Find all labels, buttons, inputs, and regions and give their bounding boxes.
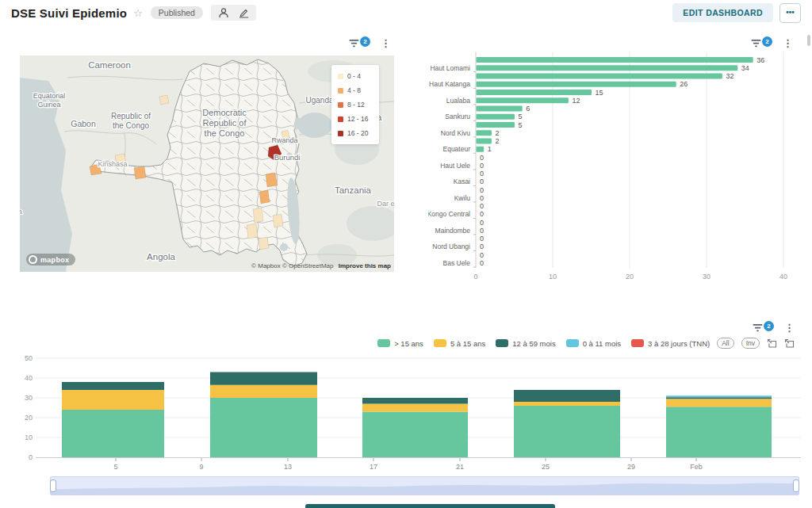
- improve-map-link[interactable]: Improve this map: [339, 262, 391, 269]
- stack-segment[interactable]: [62, 382, 164, 390]
- time-range-slider[interactable]: [50, 476, 799, 495]
- legend-item[interactable]: 3 à 28 jours (TNN): [631, 339, 710, 348]
- stack-segment[interactable]: [210, 372, 317, 385]
- stack-segment[interactable]: [362, 412, 468, 458]
- filter-funnel-icon: [349, 39, 359, 48]
- stack-segment[interactable]: [362, 404, 468, 412]
- bar-value-label: 15: [596, 89, 603, 97]
- stacked-card-tools: 2 ⋮: [753, 323, 795, 333]
- slider-left-handle[interactable]: [50, 479, 56, 492]
- bar-value-label: 5: [519, 113, 523, 120]
- filter-indicator-button[interactable]: 2: [751, 39, 772, 48]
- mapbox-logo[interactable]: mapbox: [26, 254, 75, 265]
- legend-item[interactable]: 0 à 11 mois: [566, 339, 621, 348]
- bar-value-label: 0: [480, 194, 484, 202]
- bar[interactable]: [477, 97, 569, 103]
- bar-value-label: 1: [488, 145, 492, 153]
- bar-value-label: 26: [680, 80, 688, 88]
- bar[interactable]: [477, 90, 592, 95]
- category-label: Equateur: [443, 145, 471, 153]
- slider-right-handle[interactable]: [793, 479, 799, 492]
- stack-segment[interactable]: [514, 406, 620, 457]
- legend-label: 4 - 8: [347, 86, 361, 94]
- category-label: Kwilu: [454, 194, 471, 202]
- map-legend-item: 4 - 8: [338, 86, 373, 94]
- legend-item[interactable]: > 15 ans: [377, 339, 423, 348]
- stack-segment[interactable]: [210, 398, 317, 457]
- stack-segment[interactable]: [666, 397, 772, 399]
- chart-kebab-menu-icon[interactable]: ⋮: [381, 38, 391, 48]
- category-label: Nord Ubangi: [432, 243, 470, 250]
- x-tick-label: 17: [370, 463, 377, 471]
- stack-segment[interactable]: [666, 407, 772, 457]
- x-tick-label: 40: [779, 273, 787, 281]
- bar-value-label: 0: [480, 259, 484, 267]
- legend-select-all-button[interactable]: All: [717, 338, 733, 349]
- status-badge: Published: [151, 6, 203, 19]
- bar[interactable]: [477, 57, 753, 63]
- bar[interactable]: [477, 82, 676, 87]
- favorite-star-icon[interactable]: ☆: [133, 7, 143, 19]
- bar-value-label: 32: [726, 72, 733, 80]
- bar-value-label: 0: [480, 219, 484, 227]
- legend-swatch: [338, 74, 343, 79]
- legend-swatch: [338, 88, 343, 94]
- stack-segment[interactable]: [210, 385, 317, 398]
- bar[interactable]: [477, 122, 515, 128]
- bar[interactable]: [477, 147, 485, 152]
- x-tick-label: 29: [627, 463, 635, 471]
- x-tick-label: 25: [542, 463, 550, 471]
- stack-segment[interactable]: [666, 399, 772, 407]
- stack-segment[interactable]: [514, 390, 620, 402]
- y-tick-label: 20: [25, 414, 33, 422]
- age-group-stacked-chart: 01020304050591317212529Feb: [20, 349, 801, 476]
- legend-invert-button[interactable]: Inv: [741, 338, 760, 349]
- legend-label: 0 - 4: [347, 72, 361, 80]
- filter-indicator-button[interactable]: 2: [753, 323, 774, 333]
- map-canvas[interactable]: CameroonEquatorialGuineaGabonRepublic of…: [20, 55, 394, 272]
- legend-swatch: [338, 116, 343, 122]
- filter-funnel-icon: [751, 39, 761, 48]
- x-tick-label: 30: [703, 273, 710, 281]
- data-zoom-icon[interactable]: [767, 338, 777, 349]
- legend-swatch: [496, 339, 508, 347]
- legend-label: 3 à 28 jours (TNN): [648, 339, 710, 348]
- category-label: Bas Uele: [443, 259, 471, 267]
- legend-item[interactable]: 12 à 59 mois: [496, 339, 555, 348]
- bar[interactable]: [477, 114, 515, 120]
- category-label: Kasai: [454, 178, 470, 185]
- page-scrollbar-thumb[interactable]: [807, 35, 810, 46]
- y-tick-label: 10: [25, 434, 33, 441]
- age-group-stacked-chart-card: 2 ⋮ > 15 ans5 à 15 ans12 à 59 mois0 à 11…: [20, 321, 801, 476]
- bar-value-label: 0: [480, 178, 484, 185]
- owner-icon[interactable]: [218, 7, 229, 18]
- stacked-chart-legend-row: > 15 ans5 à 15 ans12 à 59 mois0 à 11 moi…: [377, 338, 795, 349]
- stack-segment[interactable]: [62, 410, 164, 457]
- chart-kebab-menu-icon[interactable]: ⋮: [784, 323, 795, 333]
- y-tick-label: 40: [25, 374, 33, 382]
- bar[interactable]: [477, 65, 738, 71]
- stack-segment[interactable]: [362, 398, 468, 404]
- bar[interactable]: [477, 106, 523, 112]
- dashboard-more-button[interactable]: •••: [779, 3, 801, 23]
- stack-segment[interactable]: [62, 390, 164, 410]
- x-tick-label: 21: [456, 463, 464, 471]
- legend-swatch: [377, 339, 390, 347]
- zoom-restore-icon[interactable]: [784, 338, 795, 349]
- legend-swatch: [631, 339, 644, 347]
- bar[interactable]: [477, 74, 722, 79]
- bar-value-label: 0: [480, 170, 484, 178]
- chart-kebab-menu-icon[interactable]: ⋮: [783, 38, 793, 48]
- stack-segment[interactable]: [666, 395, 772, 397]
- legend-swatch: [338, 131, 343, 136]
- bar-value-label: 0: [480, 162, 484, 170]
- bar-value-label: 12: [572, 97, 580, 105]
- legend-item[interactable]: 5 à 15 ans: [434, 339, 485, 348]
- edit-properties-icon[interactable]: [239, 8, 249, 18]
- filter-indicator-button[interactable]: 2: [349, 39, 370, 48]
- stack-segment[interactable]: [514, 402, 620, 406]
- bar[interactable]: [477, 130, 492, 136]
- bar[interactable]: [477, 139, 492, 144]
- edit-dashboard-button[interactable]: EDIT DASHBOARD: [672, 3, 773, 22]
- legend-label: 12 - 16: [347, 115, 368, 123]
